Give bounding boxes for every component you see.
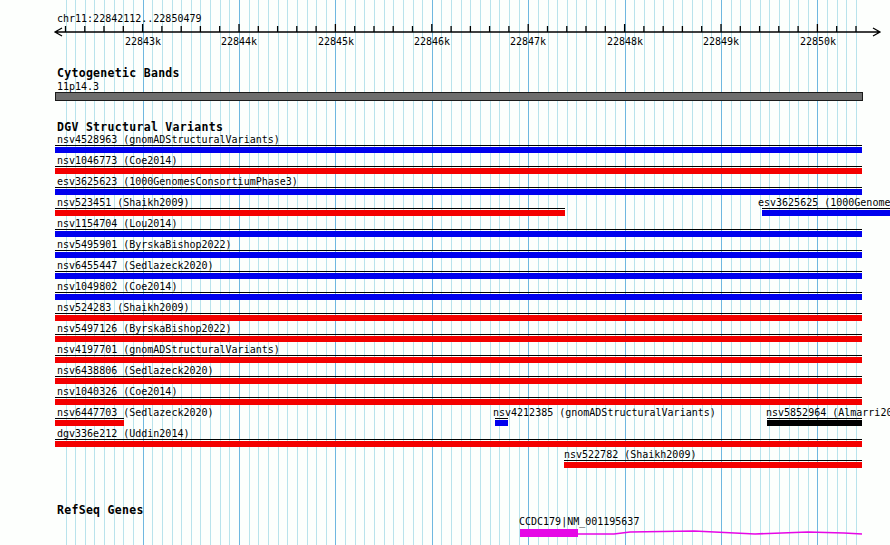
gene-label[interactable]: CCDC179|NM_001195637 bbox=[519, 516, 639, 527]
variant-label[interactable]: nsv6447703 (Sedlazeck2020) bbox=[57, 407, 214, 418]
variant-label[interactable]: nsv4197701 (gnomADStructuralVariants) bbox=[57, 344, 280, 355]
variant-bar[interactable] bbox=[55, 420, 124, 426]
variant-label[interactable]: nsv5852964 (Almarri20 bbox=[766, 407, 890, 418]
ruler-tick-label: 22849k bbox=[699, 36, 743, 47]
variant-label[interactable]: dgv336e212 (Uddin2014) bbox=[57, 428, 189, 439]
variant-extent-line bbox=[495, 418, 508, 419]
variant-extent-line bbox=[55, 313, 862, 314]
variant-bar[interactable] bbox=[762, 210, 890, 216]
variant-label[interactable]: nsv5497126 (ByrskaBishop2022) bbox=[57, 323, 232, 334]
variant-extent-line bbox=[55, 376, 862, 377]
variant-bar[interactable] bbox=[55, 210, 565, 216]
variant-label[interactable]: esv3625623 (1000GenomesConsortiumPhase3) bbox=[57, 176, 298, 187]
variant-extent-line bbox=[767, 418, 862, 419]
variant-extent-line bbox=[55, 292, 862, 293]
variant-bar[interactable] bbox=[55, 399, 862, 405]
variant-bar[interactable] bbox=[767, 420, 862, 426]
variant-label[interactable]: nsv1154704 (Lou2014) bbox=[57, 218, 177, 229]
variant-label[interactable]: nsv523451 (Shaikh2009) bbox=[57, 197, 189, 208]
variant-bar[interactable] bbox=[55, 168, 862, 174]
ruler-tick-label: 22845k bbox=[314, 36, 358, 47]
variant-extent-line bbox=[55, 271, 862, 272]
variant-extent-line bbox=[55, 208, 565, 209]
gene-exon-box[interactable] bbox=[520, 529, 578, 537]
ruler-tick-label: 22843k bbox=[121, 36, 165, 47]
variant-bar[interactable] bbox=[55, 252, 862, 258]
variant-label[interactable]: nsv5495901 (ByrskaBishop2022) bbox=[57, 239, 232, 250]
variant-label[interactable]: nsv6438806 (Sedlazeck2020) bbox=[57, 365, 214, 376]
variant-label[interactable]: nsv1040326 (Coe2014) bbox=[57, 386, 177, 397]
variant-label[interactable]: nsv4528963 (gnomADStructuralVariants) bbox=[57, 134, 280, 145]
cytoband-label[interactable]: 11p14.3 bbox=[57, 81, 99, 92]
variant-label[interactable]: nsv522782 (Shaikh2009) bbox=[564, 449, 696, 460]
ruler-tick-label: 22846k bbox=[410, 36, 454, 47]
variant-extent-line bbox=[55, 229, 862, 230]
genome-browser-panel: chr11:22842112..22850479 22843k22844k228… bbox=[0, 0, 890, 545]
refseq-track-header: RefSeq Genes bbox=[57, 504, 144, 517]
variant-extent-line bbox=[55, 334, 862, 335]
variant-bar[interactable] bbox=[55, 294, 862, 300]
variant-extent-line bbox=[55, 439, 862, 440]
variant-label[interactable]: esv3625625 (1000Genome bbox=[758, 197, 890, 208]
variant-label[interactable]: nsv6455447 (Sedlazeck2020) bbox=[57, 260, 214, 271]
variant-bar[interactable] bbox=[55, 378, 862, 384]
ruler-tick-label: 22850k bbox=[796, 36, 840, 47]
variant-extent-line bbox=[55, 166, 862, 167]
cytoband-track-header: Cytogenetic Bands bbox=[57, 67, 180, 80]
variant-label[interactable]: nsv1046773 (Coe2014) bbox=[57, 155, 177, 166]
variant-label[interactable]: nsv1049802 (Coe2014) bbox=[57, 281, 177, 292]
variant-bar[interactable] bbox=[55, 231, 862, 237]
variant-extent-line bbox=[55, 397, 862, 398]
ruler-tick-label: 22848k bbox=[603, 36, 647, 47]
variant-extent-line bbox=[55, 355, 862, 356]
variant-extent-line bbox=[55, 187, 862, 188]
cytoband-bar[interactable] bbox=[55, 92, 863, 101]
variant-extent-line bbox=[55, 145, 862, 146]
variant-bar[interactable] bbox=[55, 273, 862, 279]
variant-bar[interactable] bbox=[55, 357, 862, 363]
variant-label[interactable]: nsv524283 (Shaikh2009) bbox=[57, 302, 189, 313]
variant-extent-line bbox=[55, 418, 124, 419]
variant-bar[interactable] bbox=[55, 441, 862, 447]
variant-bar[interactable] bbox=[55, 189, 862, 195]
variant-extent-line bbox=[564, 460, 862, 461]
ruler-tick-label: 22844k bbox=[217, 36, 261, 47]
variant-bar[interactable] bbox=[495, 420, 508, 426]
variant-label[interactable]: nsv4212385 (gnomADStructuralVariants) bbox=[493, 407, 716, 418]
variant-bar[interactable] bbox=[564, 462, 862, 468]
variant-extent-line bbox=[762, 208, 890, 209]
dgv-track-header: DGV Structural Variants bbox=[57, 121, 223, 134]
variant-bar[interactable] bbox=[55, 315, 862, 321]
ruler-tick-label: 22847k bbox=[506, 36, 550, 47]
variant-bar[interactable] bbox=[55, 336, 862, 342]
variant-bar[interactable] bbox=[55, 147, 862, 153]
variant-extent-line bbox=[55, 250, 862, 251]
